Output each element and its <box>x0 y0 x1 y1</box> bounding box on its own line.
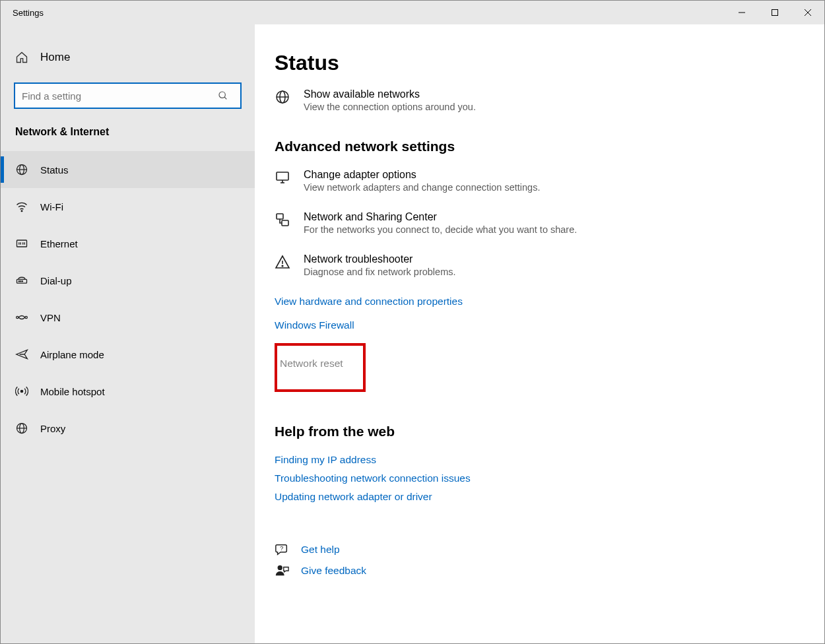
change-adapter-options[interactable]: Change adapter options View network adap… <box>275 169 824 193</box>
option-desc: For the networks you connect to, decide … <box>304 224 577 235</box>
sidebar-item-label: Dial-up <box>40 275 72 286</box>
option-title: Network troubleshooter <box>304 253 456 265</box>
sidebar-item-label: Proxy <box>40 423 65 434</box>
maximize-button[interactable] <box>758 1 791 24</box>
close-button[interactable] <box>791 1 824 24</box>
share-icon <box>275 212 290 228</box>
network-troubleshooter[interactable]: Network troubleshooter Diagnose and fix … <box>275 253 824 277</box>
sidebar-item-label: Ethernet <box>40 238 78 249</box>
section-advanced: Advanced network settings <box>275 139 824 154</box>
proxy-icon <box>15 422 28 435</box>
svg-point-16 <box>18 281 19 282</box>
feedback-icon <box>275 564 289 578</box>
search-box[interactable] <box>14 82 242 109</box>
svg-point-20 <box>25 316 27 318</box>
sidebar-item-label: Mobile hotspot <box>40 386 105 397</box>
sidebar-item-label: Wi-Fi <box>40 201 63 212</box>
window-title: Settings <box>1 8 725 18</box>
link-help-driver[interactable]: Updating network adapter or driver <box>275 491 824 503</box>
sidebar-item-label: VPN <box>40 312 61 323</box>
hotspot-icon <box>15 385 28 398</box>
airplane-icon <box>15 348 28 361</box>
get-help-label: Get help <box>301 544 340 556</box>
option-desc: View the connection options around you. <box>304 102 476 112</box>
svg-point-4 <box>219 92 225 98</box>
sidebar: Home Network & Internet Status Wi-Fi <box>1 24 255 643</box>
sidebar-item-airplane[interactable]: Airplane mode <box>1 336 255 373</box>
svg-rect-28 <box>277 172 288 180</box>
monitor-icon <box>275 170 290 185</box>
link-network-reset[interactable]: Network reset <box>277 358 343 369</box>
search-input[interactable] <box>15 90 218 102</box>
home-button[interactable]: Home <box>1 44 255 71</box>
sidebar-item-dialup[interactable]: Dial-up <box>1 262 255 299</box>
globe-icon <box>15 163 28 176</box>
get-help[interactable]: ? Get help <box>275 542 824 557</box>
wifi-icon <box>15 200 28 213</box>
sidebar-item-proxy[interactable]: Proxy <box>1 410 255 447</box>
network-sharing-center[interactable]: Network and Sharing Center For the netwo… <box>275 211 824 235</box>
home-icon <box>15 51 28 64</box>
svg-point-18 <box>22 281 22 282</box>
option-title: Network and Sharing Center <box>304 211 577 223</box>
sidebar-item-hotspot[interactable]: Mobile hotspot <box>1 373 255 410</box>
search-icon <box>218 90 240 101</box>
svg-rect-1 <box>772 10 778 16</box>
svg-point-21 <box>20 390 22 392</box>
highlight-network-reset: Network reset <box>275 343 366 392</box>
option-title: Show available networks <box>304 88 476 100</box>
category-header: Network & Internet <box>1 126 255 151</box>
sidebar-item-ethernet[interactable]: Ethernet <box>1 225 255 262</box>
give-feedback-label: Give feedback <box>301 565 366 577</box>
show-available-networks[interactable]: Show available networks View the connect… <box>275 88 824 112</box>
svg-rect-32 <box>282 220 288 226</box>
give-feedback[interactable]: Give feedback <box>275 564 824 578</box>
link-windows-firewall[interactable]: Windows Firewall <box>275 319 824 331</box>
svg-line-5 <box>224 97 226 99</box>
warning-icon <box>275 254 290 270</box>
sidebar-item-wifi[interactable]: Wi-Fi <box>1 188 255 225</box>
svg-point-9 <box>21 210 22 212</box>
page-title: Status <box>275 51 824 75</box>
sidebar-item-status[interactable]: Status <box>1 151 255 188</box>
svg-point-19 <box>16 316 18 318</box>
titlebar: Settings <box>1 1 824 24</box>
option-desc: View network adapters and change connect… <box>304 182 540 193</box>
link-hardware-properties[interactable]: View hardware and connection properties <box>275 296 824 307</box>
minimize-button[interactable] <box>725 1 758 24</box>
content-area: Status Show available networks View the … <box>255 24 824 643</box>
svg-point-34 <box>282 265 283 267</box>
link-help-ip[interactable]: Finding my IP address <box>275 454 824 466</box>
option-title: Change adapter options <box>304 169 540 181</box>
svg-text:?: ? <box>280 545 283 552</box>
svg-point-36 <box>278 565 282 570</box>
globe-icon <box>275 89 290 105</box>
svg-rect-31 <box>277 214 283 219</box>
sidebar-item-label: Airplane mode <box>40 349 104 360</box>
vpn-icon <box>15 311 28 324</box>
svg-point-17 <box>20 281 21 282</box>
ethernet-icon <box>15 237 28 250</box>
dialup-icon <box>15 274 28 287</box>
svg-rect-10 <box>17 240 27 247</box>
option-desc: Diagnose and fix network problems. <box>304 267 456 277</box>
sidebar-item-label: Status <box>40 164 69 176</box>
link-help-troubleshoot[interactable]: Troubleshooting network connection issue… <box>275 472 824 484</box>
help-icon: ? <box>275 542 289 557</box>
home-label: Home <box>40 51 70 64</box>
section-help: Help from the web <box>275 424 824 439</box>
sidebar-item-vpn[interactable]: VPN <box>1 299 255 336</box>
